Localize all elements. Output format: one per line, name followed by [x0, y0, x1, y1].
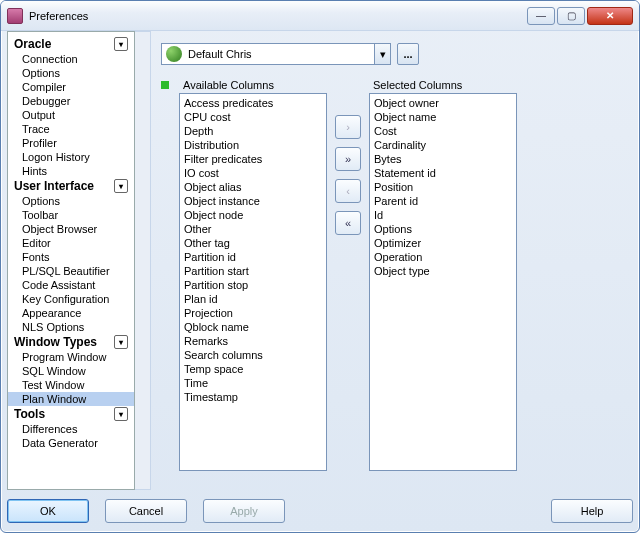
list-item[interactable]: CPU cost [184, 110, 322, 124]
profile-value: Default Chris [188, 48, 252, 60]
move-left-button[interactable]: ‹ [335, 179, 361, 203]
list-item[interactable]: Temp space [184, 362, 322, 376]
profile-more-button[interactable]: ... [397, 43, 419, 65]
body: Oracle▾ConnectionOptionsCompilerDebugger… [7, 31, 633, 490]
nav-item[interactable]: Differences [8, 422, 134, 436]
nav-item[interactable]: Profiler [8, 136, 134, 150]
nav-item[interactable]: Appearance [8, 306, 134, 320]
list-item[interactable]: Cost [374, 124, 512, 138]
nav-category-label: Tools [14, 407, 45, 421]
chevron-down-icon[interactable]: ▾ [114, 407, 128, 421]
nav-category[interactable]: User Interface▾ [8, 178, 134, 194]
cancel-button[interactable]: Cancel [105, 499, 187, 523]
nav-item[interactable]: Program Window [8, 350, 134, 364]
list-item[interactable]: Parent id [374, 194, 512, 208]
list-item[interactable]: Cardinality [374, 138, 512, 152]
nav-item[interactable]: Debugger [8, 94, 134, 108]
nav-item[interactable]: SQL Window [8, 364, 134, 378]
nav-item[interactable]: Code Assistant [8, 278, 134, 292]
list-item[interactable]: Id [374, 208, 512, 222]
titlebar: Preferences — ▢ ✕ [1, 1, 639, 31]
close-button[interactable]: ✕ [587, 7, 633, 25]
window-buttons: — ▢ ✕ [527, 7, 633, 25]
list-item[interactable]: Partition stop [184, 278, 322, 292]
nav-item[interactable]: Data Generator [8, 436, 134, 450]
nav-category-label: User Interface [14, 179, 94, 193]
nav-category-label: Window Types [14, 335, 97, 349]
list-item[interactable]: Options [374, 222, 512, 236]
list-item[interactable]: Operation [374, 250, 512, 264]
nav-item[interactable]: Key Configuration [8, 292, 134, 306]
nav-item[interactable]: Toolbar [8, 208, 134, 222]
move-right-button[interactable]: › [335, 115, 361, 139]
list-item[interactable]: Optimizer [374, 236, 512, 250]
chevron-down-icon[interactable]: ▾ [114, 37, 128, 51]
nav-item[interactable]: Connection [8, 52, 134, 66]
profile-select[interactable]: Default Chris ▾ [161, 43, 391, 65]
nav-item[interactable]: Plan Window [8, 392, 134, 406]
status-indicator [161, 81, 169, 89]
list-item[interactable]: Object type [374, 264, 512, 278]
nav-item[interactable]: Options [8, 66, 134, 80]
list-item[interactable]: Object owner [374, 96, 512, 110]
nav-category[interactable]: Tools▾ [8, 406, 134, 422]
app-icon [7, 8, 23, 24]
selected-columns-list[interactable]: Object ownerObject nameCostCardinalityBy… [369, 93, 517, 471]
list-item[interactable]: Position [374, 180, 512, 194]
list-item[interactable]: Object instance [184, 194, 322, 208]
chevron-down-icon[interactable]: ▾ [374, 44, 390, 64]
list-item[interactable]: Remarks [184, 334, 322, 348]
nav-item[interactable]: Hints [8, 164, 134, 178]
apply-button[interactable]: Apply [203, 499, 285, 523]
list-item[interactable]: Distribution [184, 138, 322, 152]
list-item[interactable]: Bytes [374, 152, 512, 166]
list-item[interactable]: Statement id [374, 166, 512, 180]
nav-item[interactable]: Output [8, 108, 134, 122]
available-columns-list[interactable]: Access predicatesCPU costDepthDistributi… [179, 93, 327, 471]
nav-item[interactable]: Compiler [8, 80, 134, 94]
nav-item[interactable]: Fonts [8, 250, 134, 264]
list-item[interactable]: Object alias [184, 180, 322, 194]
nav-item[interactable]: NLS Options [8, 320, 134, 334]
nav-scrollbar[interactable] [135, 31, 151, 490]
move-all-right-button[interactable]: » [335, 147, 361, 171]
nav-item[interactable]: Object Browser [8, 222, 134, 236]
list-item[interactable]: Access predicates [184, 96, 322, 110]
nav-item[interactable]: Options [8, 194, 134, 208]
help-button[interactable]: Help [551, 499, 633, 523]
nav-category[interactable]: Oracle▾ [8, 36, 134, 52]
available-columns-label: Available Columns [183, 79, 327, 91]
list-item[interactable]: Search columns [184, 348, 322, 362]
nav-item[interactable]: Trace [8, 122, 134, 136]
move-all-left-button[interactable]: « [335, 211, 361, 235]
nav-tree[interactable]: Oracle▾ConnectionOptionsCompilerDebugger… [7, 31, 135, 490]
chevron-down-icon[interactable]: ▾ [114, 335, 128, 349]
list-item[interactable]: Depth [184, 124, 322, 138]
list-item[interactable]: Plan id [184, 292, 322, 306]
chevron-down-icon[interactable]: ▾ [114, 179, 128, 193]
list-item[interactable]: Partition start [184, 264, 322, 278]
minimize-button[interactable]: — [527, 7, 555, 25]
list-item[interactable]: Other [184, 222, 322, 236]
nav-item[interactable]: PL/SQL Beautifier [8, 264, 134, 278]
list-item[interactable]: Filter predicates [184, 152, 322, 166]
list-item[interactable]: Other tag [184, 236, 322, 250]
list-item[interactable]: Time [184, 376, 322, 390]
nav-category[interactable]: Window Types▾ [8, 334, 134, 350]
nav-item[interactable]: Logon History [8, 150, 134, 164]
list-item[interactable]: Qblock name [184, 320, 322, 334]
move-buttons: › » ‹ « [335, 115, 361, 235]
columns-area: Available Columns Access predicatesCPU c… [179, 79, 517, 471]
list-item[interactable]: Object name [374, 110, 512, 124]
list-item[interactable]: Projection [184, 306, 322, 320]
list-item[interactable]: Partition id [184, 250, 322, 264]
nav-item[interactable]: Test Window [8, 378, 134, 392]
window: Preferences — ▢ ✕ Oracle▾ConnectionOptio… [0, 0, 640, 533]
list-item[interactable]: IO cost [184, 166, 322, 180]
list-item[interactable]: Timestamp [184, 390, 322, 404]
ok-button[interactable]: OK [7, 499, 89, 523]
maximize-button[interactable]: ▢ [557, 7, 585, 25]
nav-item[interactable]: Editor [8, 236, 134, 250]
nav-category-label: Oracle [14, 37, 51, 51]
list-item[interactable]: Object node [184, 208, 322, 222]
